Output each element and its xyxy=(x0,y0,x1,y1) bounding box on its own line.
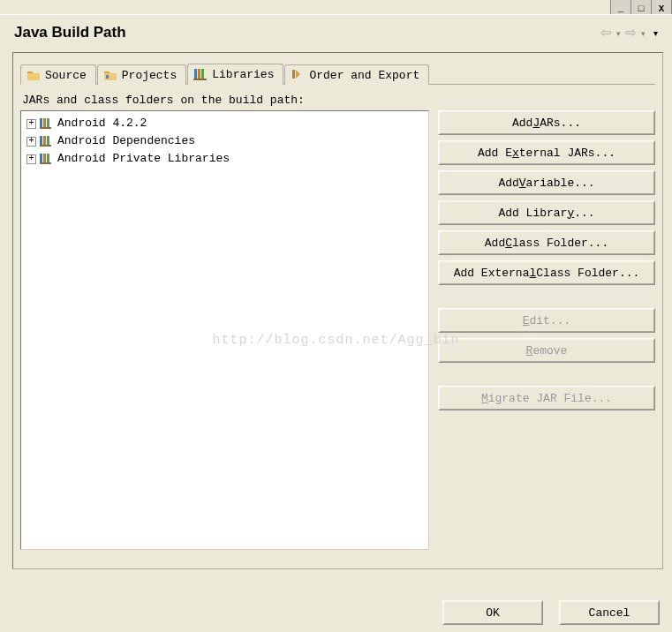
add-external-class-folder-button[interactable]: Add External Class Folder... xyxy=(438,260,655,285)
cancel-button[interactable]: Cancel xyxy=(559,600,660,625)
svg-rect-14 xyxy=(43,154,46,162)
tree-item[interactable]: + Android Dependencies xyxy=(23,132,427,150)
expand-icon[interactable]: + xyxy=(26,154,36,164)
svg-rect-0 xyxy=(106,75,109,79)
expand-icon[interactable]: + xyxy=(26,137,36,147)
svg-rect-12 xyxy=(40,145,51,147)
button-separator xyxy=(438,368,655,380)
remove-button[interactable]: Remove xyxy=(438,338,655,363)
add-jars-button[interactable]: Add JARs... xyxy=(438,110,655,135)
svg-rect-15 xyxy=(47,154,49,162)
svg-rect-4 xyxy=(193,79,207,80)
library-icon xyxy=(40,117,54,130)
add-library-button[interactable]: Add Library... xyxy=(438,200,655,225)
ok-button[interactable]: OK xyxy=(442,600,543,625)
projects-folder-icon xyxy=(103,68,117,82)
svg-rect-1 xyxy=(194,69,197,79)
library-icon xyxy=(40,153,54,165)
nav-back-menu-icon[interactable]: ▾ xyxy=(616,27,621,38)
svg-rect-9 xyxy=(40,136,42,145)
svg-rect-8 xyxy=(40,127,51,129)
tab-libraries[interactable]: Libraries xyxy=(187,64,283,85)
tab-label: Order and Export xyxy=(309,69,419,82)
main-columns: + Android 4.2.2 + Android Dependencies + xyxy=(20,110,655,550)
tab-bar: Source Projects Libraries xyxy=(20,62,655,85)
migrate-jar-button[interactable]: Migrate JAR File... xyxy=(438,386,655,410)
tab-label: Projects xyxy=(122,69,177,82)
button-column: Add JARs... Add External JARs... Add Var… xyxy=(438,110,655,550)
edit-button[interactable]: Edit... xyxy=(438,308,655,333)
nav-back-icon[interactable]: ⇦ xyxy=(599,25,614,41)
nav-forward-menu-icon[interactable]: ▾ xyxy=(641,27,646,38)
svg-rect-7 xyxy=(47,118,49,127)
svg-rect-5 xyxy=(40,118,42,127)
java-build-path-dialog: Java Build Path ⇦ ▾ ⇨ ▾ ▾ Source Project… xyxy=(0,14,672,632)
tab-projects[interactable]: Projects xyxy=(97,64,186,85)
svg-rect-3 xyxy=(201,69,204,79)
svg-rect-6 xyxy=(43,118,46,127)
add-external-jars-button[interactable]: Add External JARs... xyxy=(438,140,655,165)
tab-label: Source xyxy=(45,69,87,82)
svg-rect-13 xyxy=(40,154,42,162)
tab-label: Libraries xyxy=(212,68,274,81)
page-title: Java Build Path xyxy=(14,24,126,41)
add-variable-button[interactable]: Add Variable... xyxy=(438,170,655,195)
tab-source[interactable]: Source xyxy=(20,64,96,85)
tree-item-label: Android 4.2.2 xyxy=(57,115,147,132)
svg-rect-16 xyxy=(40,162,51,164)
header-nav: ⇦ ▾ ⇨ ▾ ▾ xyxy=(599,25,658,41)
add-class-folder-button[interactable]: Add Class Folder... xyxy=(438,230,655,255)
view-menu-icon[interactable]: ▾ xyxy=(653,28,658,38)
svg-rect-2 xyxy=(198,69,200,79)
dialog-header: Java Build Path ⇦ ▾ ⇨ ▾ ▾ xyxy=(0,15,672,47)
libraries-tree[interactable]: + Android 4.2.2 + Android Dependencies + xyxy=(20,110,429,550)
button-separator xyxy=(438,290,655,303)
library-icon xyxy=(40,135,54,147)
svg-rect-10 xyxy=(43,136,46,145)
tree-item-label: Android Dependencies xyxy=(57,132,195,150)
tree-item[interactable]: + Android Private Libraries xyxy=(23,150,427,168)
nav-forward-icon[interactable]: ⇨ xyxy=(623,25,638,41)
expand-icon[interactable]: + xyxy=(26,119,36,129)
source-folder-icon xyxy=(26,68,41,82)
tab-order-export[interactable]: Order and Export xyxy=(284,64,429,85)
tree-item-label: Android Private Libraries xyxy=(57,150,230,168)
libraries-icon xyxy=(193,67,208,81)
section-label: JARs and class folders on the build path… xyxy=(22,94,655,107)
svg-rect-11 xyxy=(47,136,49,145)
order-export-icon xyxy=(291,68,305,82)
tree-item[interactable]: + Android 4.2.2 xyxy=(23,115,427,132)
content-panel: Source Projects Libraries xyxy=(12,52,663,569)
dialog-footer: OK Cancel xyxy=(442,600,660,625)
